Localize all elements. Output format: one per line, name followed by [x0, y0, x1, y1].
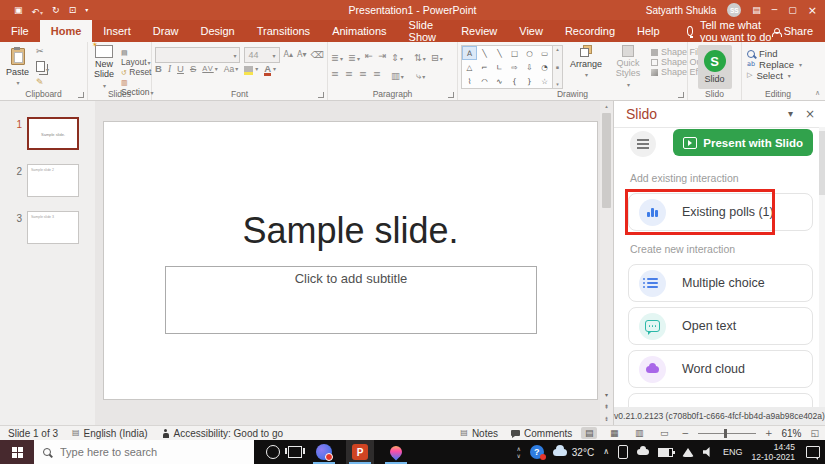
ribbon-display-options-icon[interactable]	[752, 6, 761, 15]
font-dialog-launcher[interactable]	[318, 92, 324, 98]
justify-icon[interactable]	[373, 69, 381, 79]
existing-polls-card[interactable]: Existing polls (1)	[628, 193, 813, 231]
customize-qat-icon[interactable]	[85, 7, 88, 13]
slido-button[interactable]: S Slido	[698, 45, 732, 89]
comments-button[interactable]: Comments	[511, 428, 572, 439]
search-input[interactable]	[58, 445, 232, 459]
tab-insert[interactable]: Insert	[92, 20, 142, 42]
user-name[interactable]: Satyarth Shukla	[646, 5, 717, 16]
browser-taskbar-item[interactable]	[310, 440, 338, 464]
format-painter-icon[interactable]	[36, 78, 49, 87]
tab-review[interactable]: Review	[450, 20, 508, 42]
tab-help[interactable]: Help	[626, 20, 671, 42]
smartart-convert-button[interactable]	[416, 65, 425, 83]
tab-home[interactable]: Home	[40, 20, 93, 42]
collapse-ribbon-icon[interactable]	[815, 90, 820, 97]
thumbnail-1[interactable]: 1 Sample slide.	[0, 117, 95, 150]
paste-button[interactable]: Paste	[3, 45, 32, 89]
subtitle-placeholder[interactable]: Click to add subtitle	[165, 266, 537, 334]
accessibility-status[interactable]: Accessibility: Good to go	[162, 428, 284, 439]
battery-icon[interactable]	[658, 448, 673, 457]
tab-slide-show[interactable]: Slide Show	[398, 20, 451, 42]
new-slide-button[interactable]: New Slide	[91, 45, 117, 89]
zoom-out-icon[interactable]	[681, 429, 689, 438]
undo-button[interactable]	[32, 1, 44, 19]
zoom-level[interactable]: 61%	[781, 428, 801, 439]
reading-view-button[interactable]	[631, 427, 647, 439]
font-color-button[interactable]: A	[264, 63, 276, 74]
multiple-choice-card[interactable]: Multiple choice	[628, 264, 813, 302]
editor-scrollbar[interactable]	[600, 101, 613, 425]
shapes-gallery[interactable]: A╲╲□○▭ △⌐∟⇨⇩◔ ⌇◠∿{}☆	[461, 45, 563, 89]
hidden-icons-chevron[interactable]	[603, 448, 609, 456]
normal-view-button[interactable]	[581, 427, 597, 439]
arrange-button[interactable]: Arrange	[567, 45, 605, 78]
your-phone-icon[interactable]	[618, 445, 628, 459]
language-status[interactable]: English (India)	[72, 428, 147, 439]
volume-icon[interactable]	[703, 447, 714, 457]
slido-menu-button[interactable]	[630, 131, 656, 157]
close-icon[interactable]	[808, 5, 817, 16]
clear-formatting-icon[interactable]	[311, 50, 324, 60]
scroll-down-icon[interactable]	[605, 392, 608, 398]
save-icon[interactable]	[14, 6, 23, 15]
help-notification-icon[interactable]: ?	[530, 445, 544, 459]
tab-recording[interactable]: Recording	[554, 20, 626, 42]
thumbnail-2[interactable]: 2 Sample slide 2	[0, 164, 95, 197]
text-highlight-button[interactable]	[244, 65, 258, 72]
quick-styles-button[interactable]: Quick Styles	[609, 45, 647, 88]
reset-button[interactable]: Reset	[121, 67, 153, 77]
align-center-icon[interactable]	[345, 69, 353, 79]
zoom-slider[interactable]	[698, 433, 756, 434]
paragraph-dialog-launcher[interactable]	[448, 92, 454, 98]
shrink-font-icon[interactable]	[297, 51, 307, 59]
scroll-up-icon[interactable]	[605, 104, 608, 109]
notes-button[interactable]: Notes	[460, 428, 498, 439]
font-size-combo[interactable]: 44	[244, 47, 279, 63]
weather-widget[interactable]: 32°C	[553, 447, 594, 458]
tab-animations[interactable]: Animations	[321, 20, 397, 42]
shapes-gallery-scroll[interactable]	[553, 45, 563, 89]
cortana-icon[interactable]	[266, 445, 280, 459]
word-cloud-card[interactable]: Word cloud	[628, 350, 813, 388]
previous-slide-icon[interactable]	[604, 404, 609, 410]
minimize-icon[interactable]	[772, 6, 777, 15]
task-view-icon[interactable]	[288, 446, 302, 458]
text-direction-button[interactable]	[414, 47, 426, 65]
cut-icon[interactable]	[36, 47, 49, 56]
network-icon[interactable]	[682, 448, 694, 457]
clock[interactable]: 14:45 12-10-2021	[752, 442, 795, 462]
increase-indent-icon[interactable]	[378, 51, 386, 61]
zoom-slider-thumb[interactable]	[724, 429, 727, 438]
underline-button[interactable]: U	[177, 63, 184, 74]
numbering-button[interactable]	[348, 47, 360, 65]
maximize-icon[interactable]	[788, 6, 797, 15]
action-center-icon[interactable]	[806, 446, 820, 458]
tab-view[interactable]: View	[508, 20, 554, 42]
align-left-icon[interactable]	[331, 69, 339, 79]
slide-title[interactable]: Sample slide.	[104, 210, 597, 252]
taskbar-expand-icons[interactable]	[516, 446, 520, 459]
columns-button[interactable]	[391, 65, 404, 83]
panel-close-icon[interactable]	[805, 108, 815, 120]
drawing-dialog-launcher[interactable]	[678, 92, 684, 98]
tab-design[interactable]: Design	[189, 20, 245, 42]
avatar[interactable]: SS	[727, 3, 741, 17]
zoom-in-icon[interactable]	[765, 429, 773, 438]
next-slide-icon[interactable]	[604, 416, 609, 422]
copy-button[interactable]	[36, 58, 49, 76]
panel-dropdown-icon[interactable]	[788, 109, 793, 119]
start-slideshow-icon[interactable]	[69, 6, 77, 15]
decrease-indent-icon[interactable]	[365, 51, 373, 61]
open-text-card[interactable]: Open text	[628, 307, 813, 345]
slideshow-view-button[interactable]	[656, 427, 672, 439]
line-spacing-button[interactable]	[391, 47, 403, 65]
thumbnail-3[interactable]: 3 Sample slide 3	[0, 211, 95, 244]
partial-card[interactable]	[628, 393, 813, 407]
align-right-icon[interactable]	[359, 69, 367, 79]
layout-button[interactable]: Layout	[121, 47, 153, 67]
slide-sorter-view-button[interactable]	[606, 427, 622, 439]
panel-scrollbar[interactable]	[819, 127, 825, 407]
change-case-button[interactable]: Aa	[224, 64, 238, 74]
character-spacing-button[interactable]: AV	[202, 64, 217, 73]
